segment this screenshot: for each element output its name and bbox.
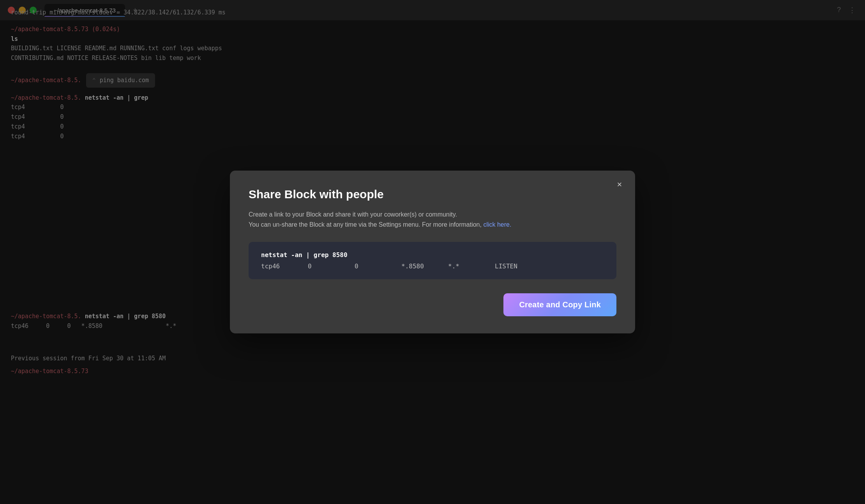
modal-description: Create a link to your Block and share it… <box>249 210 616 229</box>
modal-title: Share Block with people <box>249 188 616 201</box>
code-preview-block: netstat -an | grep 8580 tcp46 0 0 *.8580… <box>249 242 616 279</box>
code-col-proto: tcp46 <box>261 263 292 270</box>
modal-footer: Create and Copy Link <box>249 293 616 316</box>
share-modal: × Share Block with people Create a link … <box>230 171 635 333</box>
code-command: netstat -an | grep 8580 <box>261 251 604 259</box>
modal-overlay: × Share Block with people Create a link … <box>0 0 865 504</box>
code-col-state: LISTEN <box>495 263 526 270</box>
code-col-r2: 0 <box>355 263 386 270</box>
code-col-local: *.8580 <box>401 263 432 270</box>
modal-desc-line1: Create a link to your Block and share it… <box>249 211 457 218</box>
modal-link[interactable]: click here. <box>483 221 511 228</box>
create-copy-link-button[interactable]: Create and Copy Link <box>503 293 616 316</box>
code-col-foreign: *.* <box>448 263 479 270</box>
code-output: tcp46 0 0 *.8580 *.* LISTEN <box>261 263 604 270</box>
modal-desc-line2: You can un-share the Block at any time v… <box>249 221 482 228</box>
terminal-window: ~/apache-tomcat-8.5.73 + ? ⋮ round-trip … <box>0 0 865 504</box>
modal-close-button[interactable]: × <box>613 178 626 191</box>
code-col-r1: 0 <box>308 263 339 270</box>
